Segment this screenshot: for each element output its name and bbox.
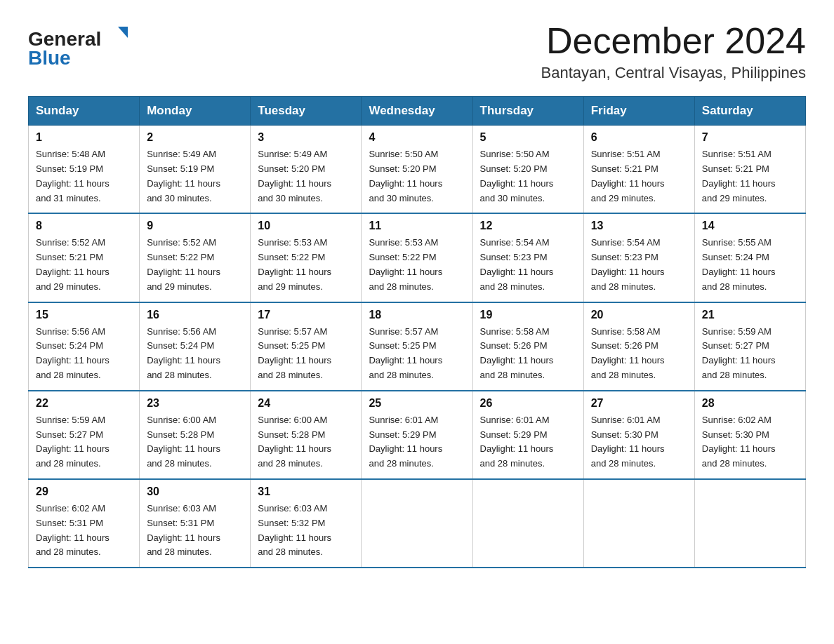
day-number: 27 bbox=[591, 397, 687, 410]
day-info: Sunrise: 5:50 AM Sunset: 5:20 PM Dayligh… bbox=[480, 147, 576, 206]
calendar-day-cell: 2 Sunrise: 5:49 AM Sunset: 5:19 PM Dayli… bbox=[140, 126, 251, 214]
calendar-day-cell: 1 Sunrise: 5:48 AM Sunset: 5:19 PM Dayli… bbox=[29, 126, 140, 214]
day-number: 28 bbox=[702, 397, 798, 410]
day-number: 31 bbox=[258, 485, 354, 498]
day-info: Sunrise: 5:50 AM Sunset: 5:20 PM Dayligh… bbox=[369, 147, 465, 206]
day-info: Sunrise: 5:58 AM Sunset: 5:26 PM Dayligh… bbox=[591, 325, 687, 383]
day-info: Sunrise: 5:53 AM Sunset: 5:22 PM Dayligh… bbox=[258, 236, 354, 294]
calendar-day-cell: 21 Sunrise: 5:59 AM Sunset: 5:27 PM Dayl… bbox=[694, 302, 805, 391]
day-info: Sunrise: 6:01 AM Sunset: 5:29 PM Dayligh… bbox=[369, 413, 465, 471]
calendar-day-cell: 8 Sunrise: 5:52 AM Sunset: 5:21 PM Dayli… bbox=[29, 213, 140, 302]
day-number: 18 bbox=[369, 309, 465, 321]
day-info: Sunrise: 5:51 AM Sunset: 5:21 PM Dayligh… bbox=[591, 147, 687, 206]
day-of-week-header: Friday bbox=[583, 97, 694, 126]
day-of-week-header: Thursday bbox=[472, 97, 583, 126]
day-of-week-header: Tuesday bbox=[251, 97, 362, 126]
svg-text:Blue: Blue bbox=[28, 47, 71, 69]
calendar-week-row: 15 Sunrise: 5:56 AM Sunset: 5:24 PM Dayl… bbox=[29, 302, 806, 391]
page-header: General Blue December 2024 Bantayan, Cen… bbox=[28, 21, 806, 82]
calendar-day-cell: 14 Sunrise: 5:55 AM Sunset: 5:24 PM Dayl… bbox=[694, 213, 805, 302]
calendar-day-cell: 5 Sunrise: 5:50 AM Sunset: 5:20 PM Dayli… bbox=[472, 126, 583, 214]
day-info: Sunrise: 5:51 AM Sunset: 5:21 PM Dayligh… bbox=[702, 147, 798, 206]
day-info: Sunrise: 5:54 AM Sunset: 5:23 PM Dayligh… bbox=[591, 236, 687, 294]
title-block: December 2024 Bantayan, Central Visayas,… bbox=[541, 21, 806, 82]
day-info: Sunrise: 5:52 AM Sunset: 5:21 PM Dayligh… bbox=[36, 236, 132, 294]
day-number: 11 bbox=[369, 220, 465, 232]
day-info: Sunrise: 6:03 AM Sunset: 5:32 PM Dayligh… bbox=[258, 502, 354, 560]
calendar-day-cell: 10 Sunrise: 5:53 AM Sunset: 5:22 PM Dayl… bbox=[251, 213, 362, 302]
calendar-header-row: SundayMondayTuesdayWednesdayThursdayFrid… bbox=[29, 97, 806, 126]
day-number: 17 bbox=[258, 309, 354, 321]
day-info: Sunrise: 5:52 AM Sunset: 5:22 PM Dayligh… bbox=[147, 236, 243, 294]
calendar-day-cell bbox=[472, 479, 583, 568]
day-info: Sunrise: 5:48 AM Sunset: 5:19 PM Dayligh… bbox=[36, 147, 132, 206]
calendar-day-cell: 4 Sunrise: 5:50 AM Sunset: 5:20 PM Dayli… bbox=[362, 126, 472, 214]
day-number: 29 bbox=[36, 485, 132, 498]
svg-marker-1 bbox=[118, 27, 128, 38]
day-info: Sunrise: 6:01 AM Sunset: 5:30 PM Dayligh… bbox=[591, 413, 687, 471]
day-info: Sunrise: 5:58 AM Sunset: 5:26 PM Dayligh… bbox=[480, 325, 576, 383]
day-number: 12 bbox=[480, 220, 576, 232]
calendar-table: SundayMondayTuesdayWednesdayThursdayFrid… bbox=[28, 96, 806, 568]
calendar-day-cell: 27 Sunrise: 6:01 AM Sunset: 5:30 PM Dayl… bbox=[583, 391, 694, 479]
calendar-day-cell: 3 Sunrise: 5:49 AM Sunset: 5:20 PM Dayli… bbox=[251, 126, 362, 214]
day-info: Sunrise: 6:00 AM Sunset: 5:28 PM Dayligh… bbox=[258, 413, 354, 471]
day-info: Sunrise: 5:49 AM Sunset: 5:20 PM Dayligh… bbox=[258, 147, 354, 206]
day-info: Sunrise: 6:01 AM Sunset: 5:29 PM Dayligh… bbox=[480, 413, 576, 471]
day-info: Sunrise: 5:54 AM Sunset: 5:23 PM Dayligh… bbox=[480, 236, 576, 294]
calendar-day-cell: 19 Sunrise: 5:58 AM Sunset: 5:26 PM Dayl… bbox=[472, 302, 583, 391]
calendar-week-row: 29 Sunrise: 6:02 AM Sunset: 5:31 PM Dayl… bbox=[29, 479, 806, 568]
day-info: Sunrise: 5:53 AM Sunset: 5:22 PM Dayligh… bbox=[369, 236, 465, 294]
calendar-day-cell: 11 Sunrise: 5:53 AM Sunset: 5:22 PM Dayl… bbox=[362, 213, 472, 302]
day-info: Sunrise: 6:00 AM Sunset: 5:28 PM Dayligh… bbox=[147, 413, 243, 471]
day-number: 4 bbox=[369, 131, 465, 144]
day-number: 26 bbox=[480, 397, 576, 410]
day-number: 22 bbox=[36, 397, 132, 410]
calendar-day-cell: 15 Sunrise: 5:56 AM Sunset: 5:24 PM Dayl… bbox=[29, 302, 140, 391]
day-number: 16 bbox=[147, 309, 243, 321]
calendar-day-cell: 6 Sunrise: 5:51 AM Sunset: 5:21 PM Dayli… bbox=[583, 126, 694, 214]
calendar-day-cell: 22 Sunrise: 5:59 AM Sunset: 5:27 PM Dayl… bbox=[29, 391, 140, 479]
calendar-day-cell: 16 Sunrise: 5:56 AM Sunset: 5:24 PM Dayl… bbox=[140, 302, 251, 391]
calendar-day-cell: 13 Sunrise: 5:54 AM Sunset: 5:23 PM Dayl… bbox=[583, 213, 694, 302]
calendar-day-cell bbox=[583, 479, 694, 568]
day-info: Sunrise: 5:59 AM Sunset: 5:27 PM Dayligh… bbox=[702, 325, 798, 383]
day-number: 1 bbox=[36, 131, 132, 144]
calendar-day-cell: 26 Sunrise: 6:01 AM Sunset: 5:29 PM Dayl… bbox=[472, 391, 583, 479]
calendar-day-cell: 28 Sunrise: 6:02 AM Sunset: 5:30 PM Dayl… bbox=[694, 391, 805, 479]
calendar-day-cell: 23 Sunrise: 6:00 AM Sunset: 5:28 PM Dayl… bbox=[140, 391, 251, 479]
day-info: Sunrise: 5:59 AM Sunset: 5:27 PM Dayligh… bbox=[36, 413, 132, 471]
calendar-day-cell bbox=[694, 479, 805, 568]
day-of-week-header: Wednesday bbox=[362, 97, 472, 126]
day-info: Sunrise: 5:55 AM Sunset: 5:24 PM Dayligh… bbox=[702, 236, 798, 294]
calendar-day-cell: 18 Sunrise: 5:57 AM Sunset: 5:25 PM Dayl… bbox=[362, 302, 472, 391]
calendar-day-cell: 31 Sunrise: 6:03 AM Sunset: 5:32 PM Dayl… bbox=[251, 479, 362, 568]
day-info: Sunrise: 5:56 AM Sunset: 5:24 PM Dayligh… bbox=[36, 325, 132, 383]
day-number: 10 bbox=[258, 220, 354, 232]
day-number: 3 bbox=[258, 131, 354, 144]
month-title: December 2024 bbox=[541, 21, 806, 61]
calendar-day-cell: 29 Sunrise: 6:02 AM Sunset: 5:31 PM Dayl… bbox=[29, 479, 140, 568]
calendar-day-cell: 17 Sunrise: 5:57 AM Sunset: 5:25 PM Dayl… bbox=[251, 302, 362, 391]
day-info: Sunrise: 6:03 AM Sunset: 5:31 PM Dayligh… bbox=[147, 502, 243, 560]
day-number: 8 bbox=[36, 220, 132, 232]
day-info: Sunrise: 5:57 AM Sunset: 5:25 PM Dayligh… bbox=[258, 325, 354, 383]
day-info: Sunrise: 5:57 AM Sunset: 5:25 PM Dayligh… bbox=[369, 325, 465, 383]
calendar-day-cell: 30 Sunrise: 6:03 AM Sunset: 5:31 PM Dayl… bbox=[140, 479, 251, 568]
calendar-week-row: 22 Sunrise: 5:59 AM Sunset: 5:27 PM Dayl… bbox=[29, 391, 806, 479]
day-number: 13 bbox=[591, 220, 687, 232]
location-title: Bantayan, Central Visayas, Philippines bbox=[541, 64, 806, 82]
day-number: 30 bbox=[147, 485, 243, 498]
day-number: 7 bbox=[702, 131, 798, 144]
day-number: 20 bbox=[591, 309, 687, 321]
day-of-week-header: Sunday bbox=[29, 97, 140, 126]
day-info: Sunrise: 5:56 AM Sunset: 5:24 PM Dayligh… bbox=[147, 325, 243, 383]
day-number: 23 bbox=[147, 397, 243, 410]
day-number: 2 bbox=[147, 131, 243, 144]
calendar-day-cell: 9 Sunrise: 5:52 AM Sunset: 5:22 PM Dayli… bbox=[140, 213, 251, 302]
calendar-week-row: 8 Sunrise: 5:52 AM Sunset: 5:21 PM Dayli… bbox=[29, 213, 806, 302]
day-number: 5 bbox=[480, 131, 576, 144]
day-number: 6 bbox=[591, 131, 687, 144]
day-number: 14 bbox=[702, 220, 798, 232]
day-info: Sunrise: 5:49 AM Sunset: 5:19 PM Dayligh… bbox=[147, 147, 243, 206]
